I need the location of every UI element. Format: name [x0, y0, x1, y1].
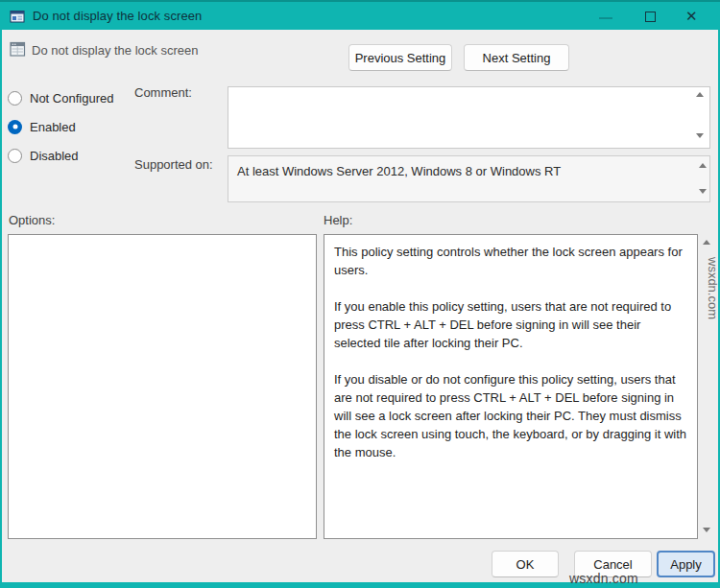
options-panel	[8, 234, 317, 539]
help-panel[interactable]: This policy setting controls whether the…	[324, 234, 698, 539]
help-label: Help:	[324, 213, 352, 227]
apply-button[interactable]: Apply	[657, 551, 715, 577]
radio-enabled[interactable]: Enabled	[8, 117, 76, 136]
app-icon	[10, 9, 25, 24]
radio-label: Not Configured	[30, 91, 113, 106]
ok-button[interactable]: OK	[492, 551, 559, 577]
comment-scroll-down-icon[interactable]	[696, 133, 704, 138]
supported-on-value: At least Windows Server 2012, Windows 8 …	[228, 155, 710, 202]
radio-disabled[interactable]: Disabled	[8, 146, 79, 165]
radio-label: Disabled	[30, 149, 79, 163]
supported-scroll-up-icon[interactable]	[699, 163, 707, 168]
titlebar: Do not display the lock screen ✕	[0, 0, 720, 30]
comment-label: Comment:	[134, 85, 192, 100]
help-scroll-up-icon[interactable]	[703, 240, 710, 245]
help-paragraph: If you disable or do not configure this …	[334, 370, 687, 461]
options-label: Options:	[9, 213, 55, 227]
watermark-bottom: wsxdn.com	[569, 571, 638, 586]
policy-setting-icon	[10, 41, 26, 58]
next-setting-button[interactable]: Next Setting	[464, 44, 569, 71]
supported-scroll-down-icon[interactable]	[699, 189, 707, 194]
maximize-icon[interactable]	[645, 12, 656, 22]
help-scroll-down-icon[interactable]	[703, 528, 710, 532]
previous-setting-button[interactable]: Previous Setting	[348, 44, 452, 71]
radio-label: Enabled	[30, 120, 76, 134]
radio-not-configured[interactable]: Not Configured	[8, 88, 113, 107]
policy-title: Do not display the lock screen	[32, 43, 198, 58]
policy-settings-window: Do not display the lock screen ✕ Do not …	[0, 0, 720, 588]
close-icon[interactable]: ✕	[685, 7, 698, 26]
help-paragraph: If you enable this policy setting, users…	[334, 297, 687, 352]
help-paragraph: This policy setting controls whether the…	[334, 243, 687, 279]
window-title: Do not display the lock screen	[33, 9, 202, 23]
minimize-icon[interactable]	[599, 17, 612, 19]
radio-circle	[8, 149, 22, 163]
watermark-side: wsxdn.com	[706, 257, 720, 319]
radio-circle	[8, 91, 22, 106]
comment-input[interactable]	[228, 86, 710, 149]
radio-circle	[8, 120, 22, 134]
comment-scroll-up-icon[interactable]	[696, 92, 704, 97]
supported-on-label: Supported on:	[134, 157, 213, 172]
